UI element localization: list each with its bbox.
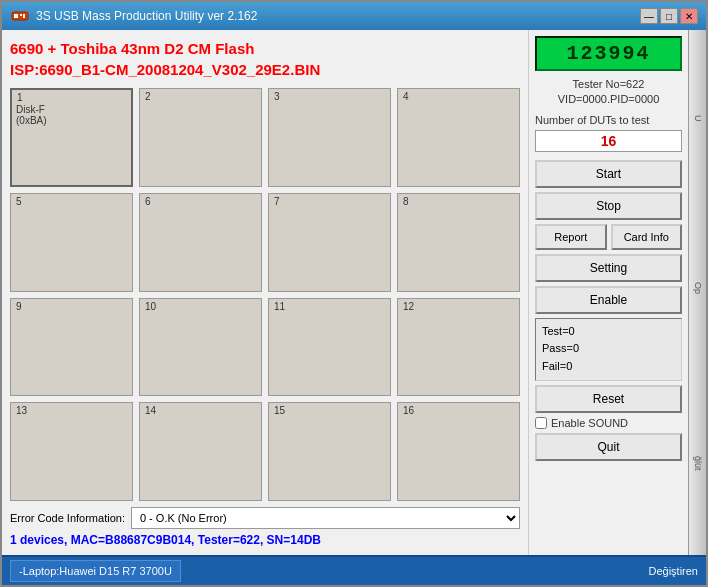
content-area: 6690 + Toshiba 43nm D2 CM Flash ISP:6690…: [2, 30, 706, 555]
taskbar-right-btn[interactable]: Değiştiren: [648, 565, 698, 577]
slot-7-number: 7: [271, 195, 283, 208]
slot-3-number: 3: [271, 90, 283, 103]
enable-button[interactable]: Enable: [535, 286, 682, 314]
slot-14-number: 14: [142, 404, 159, 417]
slot-11-number: 11: [271, 300, 288, 313]
slot-3: 3: [268, 88, 391, 187]
start-button[interactable]: Start: [535, 160, 682, 188]
quit-button[interactable]: Quit: [535, 433, 682, 461]
slot-15: 15: [268, 402, 391, 501]
slot-9: 9: [10, 298, 133, 397]
slot-8-number: 8: [400, 195, 412, 208]
slot-11: 11: [268, 298, 391, 397]
stat-fail: Fail=0: [542, 358, 675, 376]
slot-9-number: 9: [13, 300, 25, 313]
stat-pass: Pass=0: [542, 340, 675, 358]
dut-label: Number of DUTs to test: [535, 114, 682, 126]
lcd-display: 123994: [535, 36, 682, 71]
taskbar: -Laptop:Huawei D15 R7 3700U Değiştiren: [2, 555, 706, 585]
reset-button[interactable]: Reset: [535, 385, 682, 413]
sound-checkbox[interactable]: [535, 417, 547, 429]
slot-6: 6: [139, 193, 262, 292]
slot-4-number: 4: [400, 90, 412, 103]
window-controls: — □ ✕: [640, 8, 698, 24]
slot-10: 10: [139, 298, 262, 397]
slot-14: 14: [139, 402, 262, 501]
bottom-section: Error Code Information: 0 - O.K (No Erro…: [10, 507, 520, 547]
sound-checkbox-row: Enable SOUND: [535, 417, 682, 429]
report-cardinfo-row: Report Card Info: [535, 224, 682, 250]
main-window: 3S USB Mass Production Utility ver 2.162…: [0, 0, 708, 587]
flash-info: 6690 + Toshiba 43nm D2 CM Flash ISP:6690…: [10, 38, 520, 80]
flash-info-line2: ISP:6690_B1-CM_20081204_V302_29E2.BIN: [10, 59, 520, 80]
right-edge-text-2: Op: [693, 282, 703, 294]
card-info-button[interactable]: Card Info: [611, 224, 683, 250]
slot-12-number: 12: [400, 300, 417, 313]
slot-5-number: 5: [13, 195, 25, 208]
slot-4: 4: [397, 88, 520, 187]
slot-1-label: Disk-F(0xBA): [16, 104, 131, 126]
slots-grid: 1 Disk-F(0xBA) 2 3 4: [10, 88, 520, 501]
slot-2-number: 2: [142, 90, 154, 103]
slot-1: 1 Disk-F(0xBA): [10, 88, 133, 187]
close-button[interactable]: ✕: [680, 8, 698, 24]
setting-button[interactable]: Setting: [535, 254, 682, 282]
svg-rect-1: [14, 14, 18, 18]
slot-13-number: 13: [13, 404, 30, 417]
slot-1-content: Disk-F(0xBA): [12, 90, 131, 126]
right-edge: U Op ğlüt: [688, 30, 706, 555]
error-code-select[interactable]: 0 - O.K (No Error): [131, 507, 520, 529]
usb-icon: [10, 6, 30, 26]
slot-1-number: 1: [14, 91, 26, 104]
taskbar-item[interactable]: -Laptop:Huawei D15 R7 3700U: [10, 560, 181, 582]
slot-12: 12: [397, 298, 520, 397]
tester-info: Tester No=622 VID=0000.PID=0000: [535, 77, 682, 108]
right-edge-text-3: ğlüt: [693, 456, 703, 471]
slot-13: 13: [10, 402, 133, 501]
sound-label: Enable SOUND: [551, 417, 628, 429]
slot-15-number: 15: [271, 404, 288, 417]
stop-button[interactable]: Stop: [535, 192, 682, 220]
slot-16: 16: [397, 402, 520, 501]
slot-8: 8: [397, 193, 520, 292]
slot-6-number: 6: [142, 195, 154, 208]
slot-5: 5: [10, 193, 133, 292]
right-panel: 123994 Tester No=622 VID=0000.PID=0000 N…: [528, 30, 688, 555]
error-code-row: Error Code Information: 0 - O.K (No Erro…: [10, 507, 520, 529]
slot-2: 2: [139, 88, 262, 187]
maximize-button[interactable]: □: [660, 8, 678, 24]
slot-7: 7: [268, 193, 391, 292]
window-title: 3S USB Mass Production Utility ver 2.162: [36, 9, 257, 23]
svg-rect-2: [20, 14, 22, 16]
title-bar: 3S USB Mass Production Utility ver 2.162…: [2, 2, 706, 30]
vid-pid: VID=0000.PID=0000: [535, 92, 682, 107]
minimize-button[interactable]: —: [640, 8, 658, 24]
left-panel: 6690 + Toshiba 43nm D2 CM Flash ISP:6690…: [2, 30, 528, 555]
report-button[interactable]: Report: [535, 224, 607, 250]
status-text: 1 devices, MAC=B88687C9B014, Tester=622,…: [10, 533, 520, 547]
tester-no: Tester No=622: [535, 77, 682, 92]
dut-count-input[interactable]: [535, 130, 682, 152]
flash-info-line1: 6690 + Toshiba 43nm D2 CM Flash: [10, 38, 520, 59]
slot-16-number: 16: [400, 404, 417, 417]
svg-rect-3: [23, 14, 25, 18]
error-code-label: Error Code Information:: [10, 512, 125, 524]
right-edge-text: U: [693, 115, 703, 122]
stat-test: Test=0: [542, 323, 675, 341]
slot-10-number: 10: [142, 300, 159, 313]
stats-box: Test=0 Pass=0 Fail=0: [535, 318, 682, 381]
